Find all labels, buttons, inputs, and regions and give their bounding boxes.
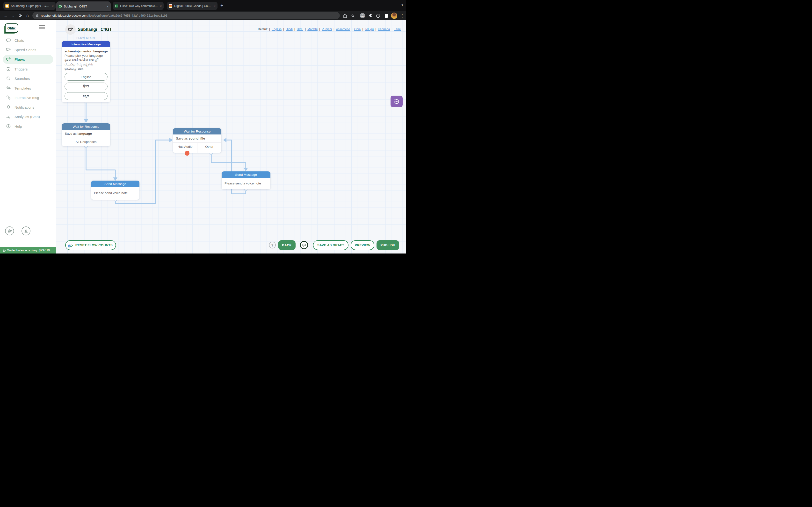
node-header[interactable]: Send Message: [91, 181, 140, 187]
export-flow-button[interactable]: [300, 241, 308, 249]
interactive-template-name: solveninjamentor_language: [64, 49, 108, 54]
node-header[interactable]: Interactive Message: [62, 41, 110, 47]
exit-all-responses[interactable]: All Responses: [62, 138, 110, 146]
back-icon[interactable]: ←: [2, 12, 9, 19]
language-link-english[interactable]: English: [272, 27, 282, 31]
node-send-message-2[interactable]: Send Message Please send a voice note: [221, 171, 270, 189]
browser-window: Shubhangi Gupta.pptx - Googl × Subhangi_…: [0, 0, 406, 253]
language-link-hindi[interactable]: Hindi: [286, 27, 293, 31]
separator: |: [283, 27, 284, 31]
sidebar-item-searches[interactable]: Searches: [3, 74, 53, 83]
trigger-icon: [6, 66, 11, 72]
tab-title: Shubhangi Gupta.pptx - Googl: [11, 4, 50, 8]
message-line: ದಯವಿಟ್ಟು ನಿಮ್ಮ ಆದ್ಯತೆಯ: [64, 62, 108, 67]
sidebar-item-triggers[interactable]: Triggers: [3, 64, 53, 74]
template-icon: [6, 86, 11, 91]
sidebar-item-templates[interactable]: Templates: [3, 83, 53, 93]
language-link-odia[interactable]: Odia: [354, 27, 361, 31]
reset-flow-counts-button[interactable]: 1 RESET FLOW COUNTS: [65, 240, 116, 250]
node-wait-language[interactable]: Wait for Response Save aslanguage All Re…: [62, 123, 110, 146]
sidebar-item-chats[interactable]: Chats: [3, 36, 53, 45]
browser-toolbar: ← → ⟳ ⌂ reapbenefit.tides.coloredcow.com…: [0, 11, 406, 20]
chat-icon: [6, 38, 11, 43]
close-icon[interactable]: ×: [107, 5, 109, 8]
interactive-msg-icon: [6, 95, 11, 100]
hamburger-menu-icon[interactable]: [39, 25, 45, 29]
quick-reply-kannada[interactable]: ಕನ್ನಡ: [64, 92, 108, 100]
url-bar[interactable]: reapbenefit.tides.coloredcow.com/flow/co…: [33, 12, 340, 19]
sidebar-item-interactive-msg[interactable]: Interactive msg: [3, 93, 53, 102]
sidebar-item-notifications[interactable]: Notifications: [3, 103, 53, 112]
language-link-marathi[interactable]: Marathi: [307, 27, 317, 31]
tab-title: Digital Public Goods | Code for: [174, 4, 212, 8]
yt-speed-badge: YT SPEED: [360, 13, 365, 18]
profile-avatar[interactable]: [391, 12, 397, 19]
tab-flow-editor[interactable]: Subhangi_ C4GT ×: [56, 1, 111, 11]
close-icon[interactable]: ×: [159, 4, 162, 8]
sidebar-item-help[interactable]: Help: [3, 122, 53, 131]
browser-menu-icon[interactable]: ⋮: [399, 12, 406, 19]
exit-has-audio[interactable]: Has Audio: [173, 143, 197, 153]
preview-button[interactable]: PREVIEW: [351, 240, 374, 250]
language-link-telugu[interactable]: Telugu: [365, 27, 373, 31]
sidebar-item-label: Interactive msg: [14, 96, 39, 100]
result-variable: sound_file: [189, 137, 205, 140]
node-header[interactable]: Wait for Response: [173, 128, 221, 134]
account-button[interactable]: [21, 226, 31, 235]
separator: |: [334, 27, 334, 31]
tab-slides[interactable]: Shubhangi Gupta.pptx - Googl ×: [3, 2, 56, 10]
node-interactive-message[interactable]: Interactive Message solveninjamentor_lan…: [62, 41, 110, 102]
save-as-draft-button[interactable]: SAVE AS DRAFT: [313, 240, 349, 250]
home-icon[interactable]: ⌂: [24, 12, 31, 19]
bookmark-star-icon[interactable]: [350, 12, 356, 19]
language-link-urdu[interactable]: Urdu: [297, 27, 303, 31]
lock-icon: [36, 14, 39, 17]
node-header[interactable]: Send Message: [221, 171, 270, 178]
flow-start-label: FLOW START: [67, 37, 105, 39]
close-icon[interactable]: ×: [51, 4, 54, 8]
node-wait-sound-file[interactable]: Wait for Response Save assound_file Has …: [173, 128, 221, 153]
share-icon[interactable]: [342, 12, 348, 19]
sidebar-item-analytics[interactable]: Analytics (Beta): [3, 112, 53, 121]
reset-label: RESET FLOW COUNTS: [75, 243, 113, 247]
team-members-button[interactable]: [5, 226, 14, 235]
tab-dpg[interactable]: Digital Public Goods | Code for ×: [167, 2, 217, 10]
glific-extension-icon[interactable]: [375, 12, 381, 19]
forward-icon[interactable]: →: [10, 12, 16, 19]
language-link-tamil[interactable]: Tamil: [394, 27, 401, 31]
tab-glific-site[interactable]: Glific: Two way communication ×: [113, 2, 164, 10]
separator: |: [362, 27, 363, 31]
exit-other[interactable]: Other: [197, 143, 221, 153]
separator: |: [305, 27, 306, 31]
message-line: ಭಾಷೆಯನ್ನು ಆರಿಸಿ: [64, 67, 108, 71]
language-link-punjabi[interactable]: Punjabi: [322, 27, 332, 31]
history-clock-icon: [393, 98, 400, 105]
language-link-assamese[interactable]: Assamese: [336, 27, 350, 31]
sidebar-item-speed-sends[interactable]: Speed Sends: [3, 45, 53, 54]
close-icon[interactable]: ×: [213, 4, 215, 8]
url-path: /flow/configure/da6a5dc5-7658-43af-b490-…: [88, 14, 167, 17]
publish-button[interactable]: PUBLISH: [376, 240, 399, 250]
exit-error-dot[interactable]: [185, 151, 190, 156]
back-button[interactable]: BACK: [278, 240, 296, 250]
glific-favicon: [114, 4, 118, 8]
wallet-balance-bar: Wallet balance is okay: $237.19: [0, 247, 56, 253]
quick-reply-english[interactable]: English: [64, 73, 108, 80]
side-panel-icon[interactable]: [383, 12, 389, 19]
yt-speed-extension-icon[interactable]: YT SPEED: [359, 12, 366, 19]
extensions-puzzle-icon[interactable]: [367, 12, 373, 19]
revision-history-button[interactable]: [391, 96, 403, 107]
node-header[interactable]: Wait for Response: [62, 123, 110, 130]
node-send-message-1[interactable]: Send Message Please send voice note: [91, 181, 140, 200]
quick-reply-hindi[interactable]: हिन्दी: [64, 82, 108, 90]
tab-search-chevron-icon[interactable]: ▾: [401, 3, 403, 7]
new-tab-button[interactable]: +: [220, 3, 223, 8]
language-link-kannada[interactable]: Kannada: [378, 27, 390, 31]
glific-logo[interactable]: Glific: [5, 23, 17, 33]
sidebar-item-label: Chats: [14, 38, 24, 43]
download-bubble-icon: [302, 243, 306, 247]
help-button[interactable]: ?: [269, 242, 276, 248]
speed-send-icon: [6, 47, 11, 52]
sidebar-item-flows[interactable]: Flows: [3, 55, 53, 64]
reload-icon[interactable]: ⟳: [17, 12, 24, 19]
